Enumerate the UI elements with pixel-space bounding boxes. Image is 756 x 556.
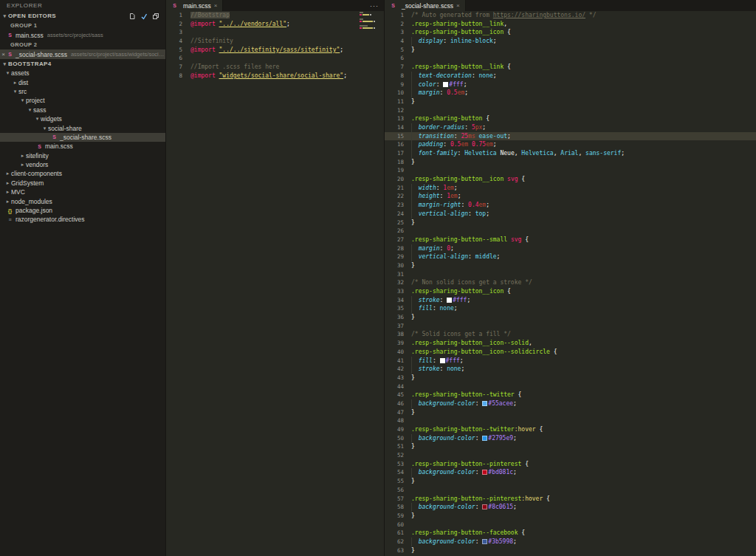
tree-item-sitefinity[interactable]: ▸sitefinity xyxy=(0,151,165,160)
code-line[interactable]: 53.resp-sharing-button--pinterest { xyxy=(385,460,756,469)
code-line[interactable]: 12 xyxy=(385,106,756,115)
code-line[interactable]: 2@import "../../vendors/all"; xyxy=(166,20,384,29)
code-line[interactable]: 14border-radius: 5px; xyxy=(385,123,756,132)
code-line[interactable]: 8text-decoration: none; xyxy=(385,72,756,80)
code-line[interactable]: 51} xyxy=(385,442,756,451)
color-swatch[interactable] xyxy=(482,470,487,475)
code-line[interactable]: 10margin: 0.5em; xyxy=(385,89,756,97)
close-icon[interactable]: × xyxy=(0,51,7,58)
code-line[interactable]: 56 xyxy=(385,486,756,495)
code-line[interactable]: 31 xyxy=(385,270,756,279)
code-line[interactable]: 27.resp-sharing-button--small svg { xyxy=(385,236,756,244)
code-line[interactable]: 7.resp-sharing-button__link { xyxy=(385,63,756,72)
code-line[interactable]: 34stroke: #fff; xyxy=(385,296,756,305)
code-line[interactable]: 48 xyxy=(385,416,756,425)
code-line[interactable]: 19 xyxy=(385,166,756,175)
code-line[interactable]: 24vertical-align: top; xyxy=(385,210,756,219)
code-line[interactable]: 44 xyxy=(385,382,756,391)
tree-item-MVC[interactable]: ▸MVC xyxy=(0,188,165,196)
tree-item-assets[interactable]: ▾assets xyxy=(0,69,165,78)
code-line[interactable]: 54background-color: #bd081c; xyxy=(385,468,756,477)
code-line[interactable]: 47} xyxy=(385,408,756,417)
code-line[interactable]: 26 xyxy=(385,227,756,236)
color-swatch[interactable] xyxy=(482,539,487,544)
code-line[interactable]: 22height: 1em; xyxy=(385,192,756,201)
color-swatch[interactable] xyxy=(482,401,487,406)
new-untitled-file-icon[interactable] xyxy=(128,13,136,20)
code-line[interactable]: 29vertical-align: middle; xyxy=(385,253,756,261)
code-line[interactable]: 18} xyxy=(385,158,756,167)
code-line[interactable]: 23margin-right: 0.4em; xyxy=(385,201,756,210)
editor-actions-icon[interactable]: ··· xyxy=(365,0,384,11)
open-editor-item-main.scss[interactable]: Smain.scssassets/src/project/sass xyxy=(0,30,165,40)
code-line[interactable]: 59} xyxy=(385,512,756,521)
tree-item-GridSystem[interactable]: ▸GridSystem xyxy=(0,179,165,188)
tree-item-package.json[interactable]: {}package.json xyxy=(0,206,165,215)
code-line[interactable]: 21width: 1em; xyxy=(385,184,756,193)
tree-item-social-share[interactable]: ▾social-share xyxy=(0,123,165,132)
close-all-editors-icon[interactable] xyxy=(152,13,159,20)
code-line[interactable]: 8@import "widgets/social-share/social-sh… xyxy=(166,72,384,80)
code-line[interactable]: 5} xyxy=(385,46,756,55)
code-line[interactable]: 39.resp-sharing-button__icon--solid, xyxy=(385,339,756,348)
code-line[interactable]: 28margin: 0; xyxy=(385,244,756,253)
open-editors-header[interactable]: ▾ OPEN EDITORS xyxy=(0,11,165,21)
code-line[interactable]: 6 xyxy=(166,54,384,63)
color-swatch[interactable] xyxy=(447,298,452,303)
code-line[interactable]: 57.resp-sharing-button--pinterest:hover … xyxy=(385,495,756,504)
save-all-icon[interactable] xyxy=(140,13,148,20)
code-line[interactable]: 45.resp-sharing-button--twitter { xyxy=(385,391,756,399)
code-line[interactable]: 13.resp-sharing-button { xyxy=(385,114,756,123)
code-line[interactable]: 3 xyxy=(166,28,384,37)
code-line[interactable]: 33.resp-sharing-button__icon { xyxy=(385,287,756,296)
code-line[interactable]: 50background-color: #2795e9; xyxy=(385,434,756,443)
close-icon[interactable]: × xyxy=(456,2,460,9)
code-line[interactable]: 42stroke: none; xyxy=(385,365,756,374)
minimap[interactable] xyxy=(360,12,382,30)
code-line[interactable]: 2.resp-sharing-button__link, xyxy=(385,20,756,29)
code-line[interactable]: 11} xyxy=(385,97,756,106)
code-line[interactable]: 49.resp-sharing-button--twitter:hover { xyxy=(385,425,756,434)
tree-item-node_modules[interactable]: ▸node_modules xyxy=(0,196,165,205)
code-line[interactable]: 35fill: none; xyxy=(385,304,756,313)
tree-item-widgets[interactable]: ▾widgets xyxy=(0,114,165,123)
code-line[interactable]: 36} xyxy=(385,313,756,322)
code-line[interactable]: 52 xyxy=(385,451,756,460)
code-line[interactable]: 7//Import .scss files here xyxy=(166,63,384,72)
code-line[interactable]: 61.resp-sharing-button--facebook { xyxy=(385,529,756,538)
code-line[interactable]: 62background-color: #3b5998; xyxy=(385,538,756,546)
tab-main-scss[interactable]: S main.scss × xyxy=(166,0,223,11)
code-line[interactable]: 6 xyxy=(385,54,756,63)
code-line[interactable]: 41fill: #fff; xyxy=(385,357,756,365)
code-line[interactable]: 4display: inline-block; xyxy=(385,37,756,46)
code-line[interactable]: 9color: #fff; xyxy=(385,80,756,89)
tree-item-dist[interactable]: ▸dist xyxy=(0,78,165,86)
tree-item-vendors[interactable]: ▸vendors xyxy=(0,160,165,169)
tree-item-_social-share.scss[interactable]: S_social-share.scss xyxy=(0,133,165,142)
tree-item-sass[interactable]: ▾sass xyxy=(0,106,165,114)
tree-item-razorgenerator.directives[interactable]: ≡razorgenerator.directives xyxy=(0,215,165,224)
code-line[interactable]: 30} xyxy=(385,261,756,270)
code-line[interactable]: 20.resp-sharing-button__icon svg { xyxy=(385,175,756,184)
color-swatch[interactable] xyxy=(482,436,487,441)
tab-social-share-scss[interactable]: S _social-share.scss × xyxy=(385,0,466,11)
code-line[interactable]: 5@import "../../sitefinity/sass/sitefini… xyxy=(166,46,384,55)
open-editor-item-_social-share.scss[interactable]: ×S_social-share.scssassets/src/project/s… xyxy=(0,49,165,59)
tree-item-project[interactable]: ▾project xyxy=(0,96,165,105)
close-icon[interactable]: × xyxy=(214,2,218,9)
color-swatch[interactable] xyxy=(482,504,487,509)
code-line[interactable]: 3.resp-sharing-button__icon { xyxy=(385,28,756,37)
code-line[interactable]: 40.resp-sharing-button__icon--solidcircl… xyxy=(385,348,756,357)
code-line[interactable]: 17font-family: Helvetica Neue, Helvetica… xyxy=(385,149,756,158)
code-line[interactable]: 60 xyxy=(385,521,756,529)
color-swatch[interactable] xyxy=(443,82,448,87)
right-editor[interactable]: 1/* Auto generated from https://sharingb… xyxy=(385,11,756,556)
code-line[interactable]: 55} xyxy=(385,477,756,486)
tree-item-client-components[interactable]: ▸client-components xyxy=(0,169,165,178)
code-line[interactable]: 32/* Non solid icons get a stroke */ xyxy=(385,278,756,287)
code-line[interactable]: 43} xyxy=(385,374,756,382)
tree-item-main.scss[interactable]: Smain.scss xyxy=(0,142,165,151)
code-line[interactable]: 4//Sitefinity xyxy=(166,37,384,46)
color-swatch[interactable] xyxy=(440,358,445,363)
tree-item-src[interactable]: ▾src xyxy=(0,87,165,96)
